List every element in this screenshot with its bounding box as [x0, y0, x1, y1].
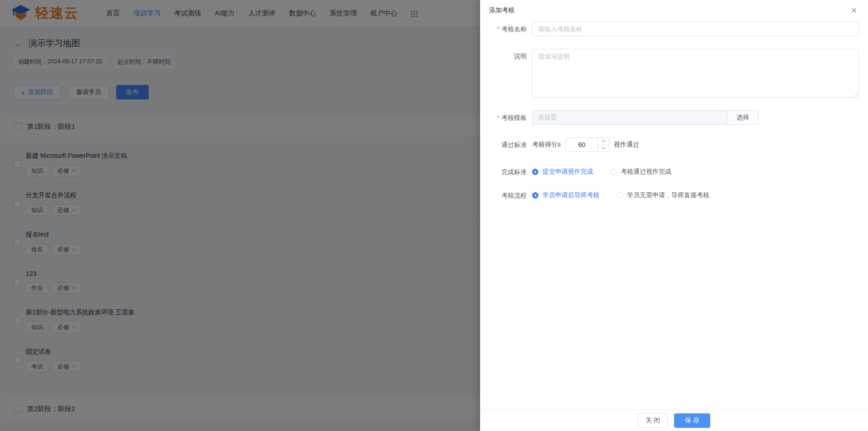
radio-apply-then-mentor-review[interactable]: 学员申请后导师考核 [532, 191, 599, 199]
description-label: 说明 [489, 49, 532, 63]
drawer-body: *考核名称 说明 *考核模板 未设置 选择 通过标准 [480, 19, 868, 409]
radio-icon [617, 192, 623, 199]
chevron-down-icon [601, 146, 605, 149]
radio-label: 学员无需申请，导师直接考核 [627, 191, 709, 199]
template-label-text: 考核模板 [501, 114, 527, 121]
close-icon[interactable]: ✕ [851, 7, 857, 14]
template-value-display: 未设置 [532, 110, 727, 125]
field-assessment-name: *考核名称 [489, 22, 859, 36]
spinner-down-button[interactable] [598, 145, 609, 152]
close-button[interactable]: 关 闭 [638, 413, 668, 428]
number-spinner [598, 138, 609, 152]
pass-score-input[interactable] [566, 138, 598, 152]
radio-submit-as-complete[interactable]: 提交申请视作完成 [532, 168, 593, 176]
template-label: *考核模板 [489, 110, 532, 125]
pass-criteria-label: 通过标准 [489, 140, 532, 149]
radio-label: 提交申请视作完成 [542, 168, 593, 176]
radio-pass-as-complete[interactable]: 考核通过视作完成 [610, 168, 671, 176]
save-button[interactable]: 保 存 [674, 413, 710, 428]
radio-icon [532, 192, 538, 199]
field-description: 说明 [489, 49, 859, 98]
required-marker: * [497, 25, 500, 33]
drawer-title: 添加考核 [489, 6, 514, 14]
field-pass-criteria: 通过标准 考核得分≥ 视作通过 [489, 137, 859, 152]
template-select-button[interactable]: 选择 [727, 110, 759, 125]
pass-score-suffix: 视作通过 [614, 141, 639, 149]
field-assessment-process: 考核流程 学员申请后导师考核 学员无需申请，导师直接考核 [489, 191, 859, 200]
assessment-name-label: *考核名称 [489, 22, 532, 36]
assessment-name-input[interactable] [532, 22, 859, 36]
add-assessment-drawer: 添加考核 ✕ *考核名称 说明 *考核模板 未设置 选择 [480, 0, 868, 431]
drawer-footer: 关 闭 保 存 [480, 409, 868, 431]
assessment-name-label-text: 考核名称 [501, 25, 527, 33]
completion-criteria-label: 完成标准 [489, 167, 532, 176]
radio-icon [610, 169, 617, 175]
radio-direct-mentor-review[interactable]: 学员无需申请，导师直接考核 [617, 191, 709, 199]
assessment-process-label: 考核流程 [489, 191, 532, 200]
radio-label: 学员申请后导师考核 [542, 191, 599, 199]
spinner-up-button[interactable] [598, 138, 609, 145]
field-completion-criteria: 完成标准 提交申请视作完成 考核通过视作完成 [489, 167, 859, 176]
field-template: *考核模板 未设置 选择 [489, 110, 859, 125]
description-textarea[interactable] [532, 49, 859, 98]
radio-icon [532, 169, 538, 175]
pass-score-prefix: 考核得分≥ [532, 141, 561, 149]
required-marker: * [497, 114, 500, 121]
radio-label: 考核通过视作完成 [621, 168, 671, 176]
drawer-header: 添加考核 ✕ [480, 0, 868, 19]
chevron-up-icon [601, 140, 605, 144]
screen: 轻速云 首页 培训学习 考试测练 AI能力 人才测评 数据中心 系统管理 租户中… [0, 0, 868, 431]
